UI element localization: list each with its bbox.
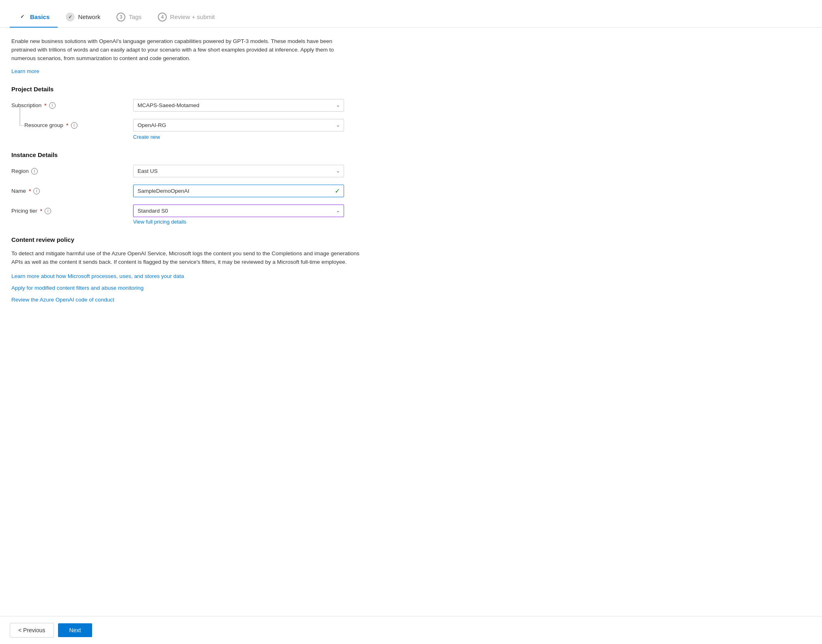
subscription-control: MCAPS-Saeed-Motamed ⌄ (133, 99, 364, 112)
content-link-2[interactable]: Review the Azure OpenAI code of conduct (11, 297, 360, 303)
basics-check-icon: ✓ (18, 12, 27, 21)
resource-group-select-wrapper: OpenAI-RG ⌄ (133, 119, 344, 131)
content-review-header: Content review policy (11, 236, 360, 243)
subscription-info-icon[interactable]: i (49, 102, 56, 109)
tab-review-label: Review + submit (170, 13, 215, 20)
description-text: Enable new business solutions with OpenA… (11, 37, 344, 63)
review-number-icon: 4 (158, 13, 167, 22)
learn-more-link[interactable]: Learn more (11, 68, 39, 74)
region-select[interactable]: East US (133, 165, 344, 177)
tags-number-icon: 3 (116, 13, 125, 22)
main-content: Enable new business solutions with OpenA… (0, 28, 822, 616)
previous-button[interactable]: < Previous (10, 623, 54, 638)
pricing-tier-select[interactable]: Standard S0 (133, 205, 344, 217)
subscription-label: Subscription (11, 102, 41, 108)
resource-group-label: Resource group (24, 122, 63, 128)
tab-basics[interactable]: ✓ Basics (10, 7, 58, 28)
region-label: Region (11, 168, 29, 174)
wizard-tabs: ✓ Basics ✓ Network 3 Tags 4 Review + sub… (0, 0, 822, 28)
name-label-col: Name * i (11, 185, 133, 194)
subscription-required: * (44, 102, 46, 109)
pricing-tier-select-wrapper: Standard S0 ⌄ (133, 205, 344, 217)
name-label: Name (11, 188, 26, 194)
content-link-1[interactable]: Apply for modified content filters and a… (11, 285, 360, 291)
name-control: ✓ (133, 185, 364, 197)
name-input[interactable] (133, 185, 344, 197)
subscription-select[interactable]: MCAPS-Saeed-Motamed (133, 99, 344, 112)
pricing-tier-label: Pricing tier (11, 208, 37, 214)
name-required: * (29, 188, 31, 194)
view-pricing-link[interactable]: View full pricing details (133, 219, 186, 225)
instance-details-header: Instance Details (11, 151, 364, 158)
pricing-tier-control: Standard S0 ⌄ View full pricing details (133, 205, 364, 225)
region-info-icon[interactable]: i (31, 168, 38, 174)
pricing-tier-info-icon[interactable]: i (45, 208, 51, 214)
tab-review[interactable]: 4 Review + submit (150, 8, 223, 27)
resource-group-required: * (66, 122, 68, 129)
footer: < Previous Next (0, 616, 822, 644)
region-label-col: Region i (11, 165, 133, 174)
tab-tags-label: Tags (129, 13, 142, 20)
resource-group-label-col: Resource group * i (11, 119, 133, 129)
pricing-tier-required: * (40, 208, 42, 214)
next-button[interactable]: Next (58, 623, 93, 637)
resource-group-control: OpenAI-RG ⌄ Create new (133, 119, 364, 140)
region-row: Region i East US ⌄ (11, 165, 364, 177)
instance-details-section: Instance Details Region i East US ⌄ (11, 151, 364, 225)
tab-tags[interactable]: 3 Tags (108, 8, 150, 27)
network-check-icon: ✓ (66, 13, 75, 22)
pricing-tier-label-col: Pricing tier * i (11, 205, 133, 214)
tab-basics-label: Basics (30, 13, 49, 20)
project-details-header: Project Details (11, 86, 364, 93)
region-control: East US ⌄ (133, 165, 364, 177)
project-details-section: Project Details Subscription * i MCAPS-S… (11, 86, 364, 140)
content-review-section: Content review policy To detect and miti… (11, 236, 360, 303)
create-new-link[interactable]: Create new (133, 134, 160, 140)
pricing-tier-row: Pricing tier * i Standard S0 ⌄ View full… (11, 205, 364, 225)
region-select-wrapper: East US ⌄ (133, 165, 344, 177)
content-review-desc: To detect and mitigate harmful use of th… (11, 250, 360, 267)
name-row: Name * i ✓ (11, 185, 364, 197)
subscription-label-col: Subscription * i (11, 99, 133, 109)
tab-network-label: Network (78, 13, 100, 20)
name-info-icon[interactable]: i (33, 188, 40, 194)
page-container: ✓ Basics ✓ Network 3 Tags 4 Review + sub… (0, 0, 822, 644)
name-valid-icon: ✓ (335, 187, 340, 195)
resource-group-select[interactable]: OpenAI-RG (133, 119, 344, 131)
tab-network[interactable]: ✓ Network (58, 8, 108, 27)
resource-group-info-icon[interactable]: i (71, 122, 77, 129)
subscription-select-wrapper: MCAPS-Saeed-Motamed ⌄ (133, 99, 344, 112)
content-link-0[interactable]: Learn more about how Microsoft processes… (11, 273, 360, 279)
name-input-wrapper: ✓ (133, 185, 344, 197)
resource-group-row: Resource group * i OpenAI-RG ⌄ Create ne… (11, 119, 364, 140)
subscription-row: Subscription * i MCAPS-Saeed-Motamed ⌄ (11, 99, 364, 112)
